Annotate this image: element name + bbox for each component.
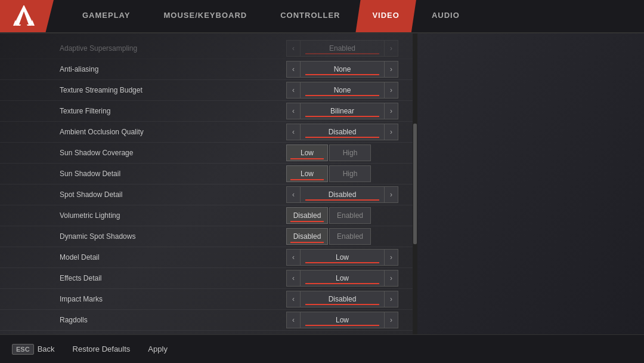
setting-row-dynamic-spot-shadows: Dynamic Spot Shadows Disabled Enabled: [0, 226, 417, 247]
control-impact-marks: ‹ Disabled ›: [286, 291, 405, 307]
prev-btn-texture-streaming[interactable]: ‹: [286, 82, 301, 99]
tab-mouse-keyboard[interactable]: MOUSE/KEYBOARD: [147, 0, 264, 32]
next-btn-ragdolls[interactable]: ›: [384, 312, 398, 328]
value-spot-shadow: Disabled: [301, 186, 384, 203]
back-label: Back: [38, 344, 55, 353]
nav-tabs: GAMEPLAY MOUSE/KEYBOARD CONTROLLER VIDEO…: [54, 0, 644, 32]
setting-row-spot-shadow-detail: Spot Shadow Detail ‹ Disabled ›: [0, 184, 417, 205]
prev-btn-ambient-occlusion[interactable]: ‹: [286, 124, 301, 140]
value-texture-streaming: None: [301, 82, 384, 99]
underline-effects-detail: [305, 283, 379, 284]
tab-gameplay[interactable]: GAMEPLAY: [66, 0, 147, 32]
toggle-btn-vol-disabled[interactable]: Disabled: [286, 207, 328, 224]
prev-btn-anti-aliasing[interactable]: ‹: [286, 61, 301, 78]
toggle-btn-dyn-disabled[interactable]: Disabled: [286, 228, 328, 245]
setting-row-texture-filtering: Texture Filtering ‹ Bilinear ›: [0, 101, 417, 122]
setting-row-effects-detail: Effects Detail ‹ Low ›: [0, 268, 417, 289]
prev-btn-adaptive[interactable]: ‹: [286, 40, 301, 57]
control-adaptive-supersampling: ‹ Enabled ›: [286, 40, 405, 57]
prev-btn-spot-shadow[interactable]: ‹: [286, 186, 301, 203]
next-btn-model-detail[interactable]: ›: [384, 249, 398, 266]
next-btn-anti-aliasing[interactable]: ›: [384, 61, 398, 78]
arrow-selector-spot-shadow: ‹ Disabled ›: [286, 186, 398, 203]
setting-row-sun-shadow-coverage: Sun Shadow Coverage Low High: [0, 143, 417, 164]
tab-controller[interactable]: CONTROLLER: [264, 0, 357, 32]
setting-row-adaptive-supersampling: Adaptive Supersampling ‹ Enabled ›: [0, 38, 417, 59]
setting-row-anti-aliasing: Anti-aliasing ‹ None ›: [0, 59, 417, 80]
tab-audio[interactable]: AUDIO: [415, 0, 476, 32]
control-anti-aliasing: ‹ None ›: [286, 61, 405, 78]
esc-back-action[interactable]: ESC Back: [12, 344, 55, 355]
setting-row-ambient-occlusion: Ambient Occlusion Quality ‹ Disabled ›: [0, 122, 417, 143]
value-anti-aliasing: None: [301, 61, 384, 78]
next-btn-impact-marks[interactable]: ›: [384, 291, 398, 307]
toggle-btn-dyn-enabled[interactable]: Enabled: [329, 228, 371, 245]
value-effects-detail: Low: [301, 270, 384, 287]
next-btn-spot-shadow[interactable]: ›: [384, 186, 398, 203]
setting-row-model-detail: Model Detail ‹ Low ›: [0, 247, 417, 268]
apply-action[interactable]: Apply: [148, 344, 168, 353]
value-impact-marks: Disabled: [301, 291, 384, 307]
setting-row-impact-marks: Impact Marks ‹ Disabled ›: [0, 289, 417, 310]
toggle-btn-vol-enabled[interactable]: Enabled: [329, 207, 371, 224]
control-dynamic-spot-shadows: Disabled Enabled: [286, 228, 405, 245]
right-bg: [417, 33, 644, 334]
setting-row-volumetric-lighting: Volumetric Lighting Disabled Enabled: [0, 205, 417, 226]
toggle-sun-shadow-coverage: Low High: [286, 144, 371, 161]
value-ragdolls: Low: [301, 312, 384, 328]
control-spot-shadow-detail: ‹ Disabled ›: [286, 186, 405, 203]
scrollbar-track[interactable]: [413, 33, 417, 334]
control-ambient-occlusion: ‹ Disabled ›: [286, 124, 405, 140]
apply-label: Apply: [148, 344, 168, 353]
restore-defaults-action[interactable]: Restore Defaults: [73, 344, 131, 353]
value-ambient-occlusion: Disabled: [301, 124, 384, 140]
control-volumetric-lighting: Disabled Enabled: [286, 207, 405, 224]
arrow-selector-texture-filtering: ‹ Bilinear ›: [286, 103, 398, 119]
toggle-volumetric-lighting: Disabled Enabled: [286, 207, 371, 224]
arrow-selector-ragdolls: ‹ Low ›: [286, 312, 398, 328]
prev-btn-texture-filtering[interactable]: ‹: [286, 103, 301, 119]
prev-btn-model-detail[interactable]: ‹: [286, 249, 301, 266]
prev-btn-impact-marks[interactable]: ‹: [286, 291, 301, 307]
next-btn-adaptive[interactable]: ›: [384, 40, 398, 57]
arrow-selector-anti-aliasing: ‹ None ›: [286, 61, 398, 78]
toggle-btn-sun-coverage-low[interactable]: Low: [286, 144, 328, 161]
right-panel: [417, 33, 644, 334]
prev-btn-ragdolls[interactable]: ‹: [286, 312, 301, 328]
arrow-selector-adaptive: ‹ Enabled ›: [286, 40, 398, 57]
next-btn-ambient-occlusion[interactable]: ›: [384, 124, 398, 140]
toggle-btn-sun-detail-low[interactable]: Low: [286, 165, 328, 182]
next-btn-effects-detail[interactable]: ›: [384, 270, 398, 287]
control-sun-shadow-detail: Low High: [286, 165, 405, 182]
value-adaptive: Enabled: [301, 40, 384, 57]
apex-logo: [11, 3, 37, 29]
setting-row-texture-streaming: Texture Streaming Budget ‹ None ›: [0, 80, 417, 101]
settings-panel: Adaptive Supersampling ‹ Enabled › Anti-…: [0, 33, 417, 334]
arrow-selector-impact-marks: ‹ Disabled ›: [286, 291, 398, 307]
underline-spot-shadow: [305, 199, 379, 201]
arrow-selector-effects-detail: ‹ Low ›: [286, 270, 398, 287]
tab-video[interactable]: VIDEO: [355, 0, 416, 32]
control-effects-detail: ‹ Low ›: [286, 270, 405, 287]
toggle-btn-sun-detail-high[interactable]: High: [329, 165, 371, 182]
underline-texture-streaming: [305, 95, 379, 96]
control-ragdolls: ‹ Low ›: [286, 312, 405, 328]
setting-row-ragdolls: Ragdolls ‹ Low ›: [0, 310, 417, 331]
underline-ambient-occlusion: [305, 137, 379, 138]
control-texture-streaming: ‹ None ›: [286, 82, 405, 99]
prev-btn-effects-detail[interactable]: ‹: [286, 270, 301, 287]
control-sun-shadow-coverage: Low High: [286, 144, 405, 161]
arrow-selector-model-detail: ‹ Low ›: [286, 249, 398, 266]
restore-defaults-label: Restore Defaults: [73, 344, 131, 353]
toggle-btn-sun-coverage-high[interactable]: High: [329, 144, 371, 161]
scrollbar-thumb[interactable]: [413, 124, 417, 244]
settings-list: Adaptive Supersampling ‹ Enabled › Anti-…: [0, 33, 417, 334]
arrow-selector-ambient-occlusion: ‹ Disabled ›: [286, 124, 398, 140]
next-btn-texture-filtering[interactable]: ›: [384, 103, 398, 119]
next-btn-texture-streaming[interactable]: ›: [384, 82, 398, 99]
underline-adaptive: [305, 53, 379, 54]
control-texture-filtering: ‹ Bilinear ›: [286, 103, 405, 119]
underline-ragdolls: [305, 325, 379, 326]
logo-area: [0, 0, 54, 32]
nav-bar: GAMEPLAY MOUSE/KEYBOARD CONTROLLER VIDEO…: [0, 0, 644, 33]
